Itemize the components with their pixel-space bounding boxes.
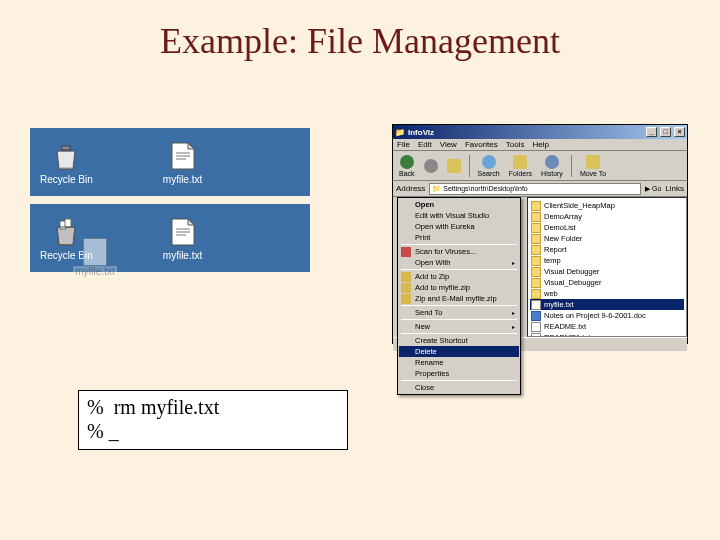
ctx-zip-email[interactable]: Zip and E-Mail myfile.zip [399, 293, 519, 304]
forward-button[interactable] [421, 158, 441, 174]
ctx-open[interactable]: Open [399, 199, 519, 210]
chevron-right-icon: ▸ [512, 259, 515, 266]
list-item[interactable]: DemoList [530, 222, 684, 233]
history-button[interactable]: History [538, 154, 566, 178]
menu-help[interactable]: Help [532, 140, 548, 149]
ctx-edit-vs[interactable]: Edit with Visual Studio [399, 210, 519, 221]
desktop-row-before: Recycle Bin myfile.txt [30, 128, 310, 196]
drag-ghost: myfile.txt [60, 238, 130, 288]
list-item[interactable]: Notes on Project 9-6-2001.doc [530, 310, 684, 321]
txt-file-icon [531, 333, 541, 338]
menu-favorites[interactable]: Favorites [465, 140, 498, 149]
go-button[interactable]: ▶Go [645, 185, 661, 193]
chevron-right-icon: ▸ [512, 309, 515, 316]
addressbar: Address 📁 Settings\north\Desktop\Info ▶G… [393, 181, 687, 197]
file-icon-before[interactable]: myfile.txt [163, 140, 202, 185]
ctx-properties[interactable]: Properties [399, 368, 519, 379]
menu-edit[interactable]: Edit [418, 140, 432, 149]
toolbar: Back Search Folders History Move To [393, 151, 687, 181]
txt-file-icon-after [167, 216, 199, 248]
list-item[interactable]: New Folder [530, 233, 684, 244]
ghost-file-label: myfile.txt [73, 266, 116, 277]
ctx-separator-3 [401, 305, 517, 306]
minimize-button[interactable]: _ [646, 127, 657, 137]
menu-tools[interactable]: Tools [506, 140, 525, 149]
window-titlebar[interactable]: 📁 InfoViz _ □ × [393, 125, 687, 139]
toolbar-separator-2 [571, 155, 572, 177]
back-button[interactable]: Back [396, 154, 418, 178]
svg-rect-0 [62, 146, 70, 150]
close-button[interactable]: × [674, 127, 685, 137]
menu-file[interactable]: File [397, 140, 410, 149]
zip-icon [401, 272, 411, 282]
ctx-separator-5 [401, 333, 517, 334]
list-item[interactable]: ClientSide_HeapMap [530, 200, 684, 211]
folder-icon [531, 212, 541, 222]
maximize-button[interactable]: □ [660, 127, 671, 137]
folder-icon [531, 245, 541, 255]
slide-title: Example: File Management [0, 0, 720, 62]
ctx-delete[interactable]: Delete [399, 346, 519, 357]
window-title: InfoViz [408, 128, 434, 137]
ctx-create-shortcut[interactable]: Create Shortcut [399, 335, 519, 346]
explorer-body: Open Edit with Visual Studio Open with E… [393, 197, 687, 337]
ctx-add-myzip[interactable]: Add to myfile.zip [399, 282, 519, 293]
address-label: Address [396, 184, 425, 193]
menu-view[interactable]: View [440, 140, 457, 149]
txt-file-icon [531, 322, 541, 332]
file-list[interactable]: ClientSide_HeapMap DemoArray DemoList Ne… [527, 197, 687, 337]
recycle-bin[interactable]: Recycle Bin [40, 140, 93, 185]
ctx-separator-4 [401, 319, 517, 320]
ctx-send-to[interactable]: Send To▸ [399, 307, 519, 318]
folders-button[interactable]: Folders [506, 154, 535, 178]
ctx-separator-6 [401, 380, 517, 381]
list-item[interactable]: README1.txt [530, 332, 684, 337]
toolbar-separator [469, 155, 470, 177]
folder-icon [531, 201, 541, 211]
ctx-separator [401, 244, 517, 245]
terminal-line-1: % rm myfile.txt [87, 395, 339, 419]
folder-icon [531, 267, 541, 277]
ctx-scan[interactable]: Scan for Viruses... [399, 246, 519, 257]
list-item[interactable]: DemoArray [530, 211, 684, 222]
ctx-add-zip[interactable]: Add to Zip [399, 271, 519, 282]
ctx-separator-2 [401, 269, 517, 270]
terminal[interactable]: % rm myfile.txt % [78, 390, 348, 450]
cursor-icon [109, 420, 119, 442]
folder-icon [531, 278, 541, 288]
folder-icon [531, 234, 541, 244]
chevron-right-icon: ▸ [512, 323, 515, 330]
explorer-window: 📁 InfoViz _ □ × File Edit View Favorites… [392, 124, 688, 344]
moveto-button[interactable]: Move To [577, 154, 609, 178]
search-button[interactable]: Search [475, 154, 503, 178]
file-icon-after[interactable]: myfile.txt [163, 216, 202, 261]
list-item[interactable]: README.txt [530, 321, 684, 332]
list-item[interactable]: Visual_Debugger [530, 277, 684, 288]
list-item[interactable]: web [530, 288, 684, 299]
ctx-print[interactable]: Print [399, 232, 519, 243]
menubar: File Edit View Favorites Tools Help [393, 139, 687, 151]
file-label-after: myfile.txt [163, 250, 202, 261]
list-item[interactable]: Report [530, 244, 684, 255]
list-item-selected[interactable]: myfile.txt [530, 299, 684, 310]
ctx-close[interactable]: Close [399, 382, 519, 393]
up-button[interactable] [444, 158, 464, 174]
ghost-file-icon [83, 238, 107, 266]
address-field[interactable]: 📁 Settings\north\Desktop\Info [429, 183, 641, 195]
doc-file-icon [531, 311, 541, 321]
ctx-open-eureka[interactable]: Open with Eureka [399, 221, 519, 232]
ctx-rename[interactable]: Rename [399, 357, 519, 368]
recycle-bin-label: Recycle Bin [40, 174, 93, 185]
recycle-bin-icon [50, 140, 82, 172]
zip-icon [401, 283, 411, 293]
links-label[interactable]: Links [665, 184, 684, 193]
list-item[interactable]: temp [530, 255, 684, 266]
folder-icon: 📁 [395, 128, 405, 137]
list-item[interactable]: Visual Debugger [530, 266, 684, 277]
context-menu: Open Edit with Visual Studio Open with E… [397, 197, 521, 395]
terminal-line-2: % [87, 419, 339, 443]
ctx-open-with[interactable]: Open With▸ [399, 257, 519, 268]
ctx-new[interactable]: New▸ [399, 321, 519, 332]
shield-icon [401, 247, 411, 257]
folder-icon [531, 256, 541, 266]
